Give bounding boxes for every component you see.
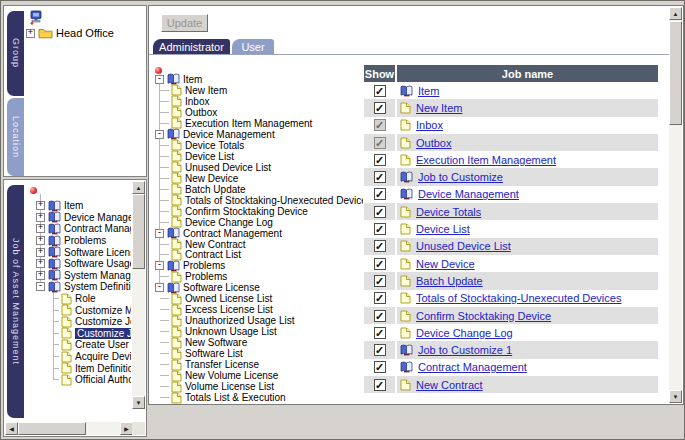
- tree-item-device-management[interactable]: -Device Management: [153, 129, 363, 140]
- update-button[interactable]: Update: [161, 14, 208, 32]
- show-checkbox[interactable]: ✓: [374, 258, 386, 270]
- tree-item-software-usage-manag[interactable]: +Software Usage Manag: [26, 258, 131, 270]
- job-link[interactable]: New Item: [416, 102, 462, 114]
- tree-item-execution-item-management[interactable]: Execution Item Management: [153, 118, 363, 129]
- job-link[interactable]: Device List: [416, 223, 470, 235]
- tree-item-excess-license-list[interactable]: Excess License List: [153, 304, 363, 315]
- tree-item-outbox[interactable]: Outbox: [153, 107, 363, 118]
- expander-icon[interactable]: -: [155, 130, 164, 139]
- tree-item-new-volume-license[interactable]: New Volume License: [153, 370, 363, 381]
- tree-item-customize-job-men[interactable]: Customize Job Men: [26, 328, 131, 340]
- tree-item-inbox[interactable]: Inbox: [153, 96, 363, 107]
- tree-item-confirm-stocktaking-device[interactable]: Confirm Stocktaking Device: [153, 206, 363, 217]
- show-checkbox[interactable]: ✓: [374, 344, 386, 356]
- tree-item-system-management[interactable]: +System Management: [26, 270, 131, 282]
- expander-icon[interactable]: -: [155, 283, 164, 292]
- show-checkbox[interactable]: ✓: [374, 171, 386, 183]
- tree-item-problems[interactable]: -Problems: [153, 260, 363, 271]
- scroll-up-button[interactable]: ▲: [669, 7, 682, 20]
- tree-item-new-device[interactable]: New Device: [153, 173, 363, 184]
- show-checkbox[interactable]: ✓: [374, 85, 386, 97]
- tree-item-problems[interactable]: +Problems: [26, 235, 131, 247]
- scrollbar-thumb[interactable]: [132, 194, 145, 269]
- job-link[interactable]: Contract Management: [418, 361, 527, 373]
- expander-icon[interactable]: +: [36, 224, 45, 233]
- tree-item-new-item[interactable]: New Item: [153, 85, 363, 96]
- scroll-down-button[interactable]: ▼: [132, 396, 145, 409]
- tree-item-item[interactable]: +Item: [26, 200, 131, 212]
- tree-item-item-definition[interactable]: Item Definition: [26, 362, 131, 374]
- show-checkbox[interactable]: ✓: [374, 102, 386, 114]
- show-checkbox[interactable]: ✓: [374, 292, 386, 304]
- tree-item-contract-list[interactable]: Contract List: [153, 250, 363, 261]
- tree-item-head-office[interactable]: + Head Office: [26, 27, 114, 39]
- scroll-left-button[interactable]: ◀: [5, 422, 18, 435]
- tree-item-software-license[interactable]: +Software License: [26, 246, 131, 258]
- tab-user[interactable]: User: [232, 39, 274, 54]
- expander-icon[interactable]: +: [36, 259, 45, 268]
- tree-item-unused-device-list[interactable]: Unused Device List: [153, 162, 363, 173]
- tree-item-system-definition[interactable]: -System Definition: [26, 281, 131, 293]
- tree-item-totals-list-execution[interactable]: Totals List & Execution: [153, 392, 363, 403]
- job-link[interactable]: Execution Item Management: [416, 154, 556, 166]
- tree-item-problems[interactable]: Problems: [153, 271, 363, 282]
- expander-icon[interactable]: -: [155, 75, 164, 84]
- vertical-scrollbar[interactable]: ▲ ▼: [669, 7, 682, 403]
- tree-item-software-license[interactable]: -Software License: [153, 282, 363, 293]
- tab-location[interactable]: Location: [7, 98, 24, 176]
- tree-item-volume-license-list[interactable]: Volume License List: [153, 381, 363, 392]
- job-link[interactable]: Totals of Stocktaking-Unexecuted Devices: [416, 292, 621, 304]
- tree-item-unknown-usage-list[interactable]: Unknown Usage List: [153, 326, 363, 337]
- tree-item-create-user-report[interactable]: Create User Report: [26, 339, 131, 351]
- show-checkbox[interactable]: ✓: [374, 240, 386, 252]
- job-link[interactable]: Device Totals: [416, 206, 481, 218]
- show-checkbox[interactable]: ✓: [374, 379, 386, 391]
- tree-item-new-software[interactable]: New Software: [153, 337, 363, 348]
- tab-group[interactable]: Group: [7, 11, 24, 96]
- show-checkbox[interactable]: ✓: [374, 361, 386, 373]
- job-link[interactable]: Job to Customize: [418, 171, 503, 183]
- scroll-up-button[interactable]: ▲: [132, 181, 145, 194]
- tree-item-customize-job-win[interactable]: Customize Job Win: [26, 316, 131, 328]
- expander-icon[interactable]: +: [26, 29, 35, 38]
- scroll-down-button[interactable]: ▼: [669, 390, 682, 403]
- job-link[interactable]: Device Management: [418, 188, 519, 200]
- job-link[interactable]: Item: [418, 85, 439, 97]
- tree-item-software-list[interactable]: Software List: [153, 348, 363, 359]
- show-checkbox[interactable]: ✓: [374, 223, 386, 235]
- show-checkbox[interactable]: ✓: [374, 327, 386, 339]
- tab-job-of-asset-management[interactable]: Job of Asset Management: [7, 185, 24, 418]
- tree-item-official-authority[interactable]: Official Authority: [26, 374, 131, 386]
- show-checkbox[interactable]: ✓: [374, 188, 386, 200]
- expander-icon[interactable]: -: [36, 282, 45, 291]
- job-link[interactable]: Outbox: [416, 137, 451, 149]
- tree-item-device-management[interactable]: +Device Management: [26, 212, 131, 224]
- horizontal-scrollbar[interactable]: ◀ ▶: [5, 422, 133, 435]
- scrollbar-thumb[interactable]: [18, 422, 86, 435]
- tree-item-totals-of-stocktaking-unexecuted-devices[interactable]: Totals of Stocktaking-Unexecuted Devices: [153, 195, 363, 206]
- tree-item-device-change-log[interactable]: Device Change Log: [153, 217, 363, 228]
- tree-item-device-list[interactable]: Device List: [153, 151, 363, 162]
- show-checkbox[interactable]: ✓: [374, 310, 386, 322]
- show-checkbox[interactable]: ✓: [374, 206, 386, 218]
- tree-item-batch-update[interactable]: Batch Update: [153, 184, 363, 195]
- job-link[interactable]: Device Change Log: [416, 327, 513, 339]
- tree-item-customize-manage[interactable]: Customize Manage: [26, 304, 131, 316]
- tree-item-transfer-license[interactable]: Transfer License: [153, 359, 363, 370]
- job-link[interactable]: New Contract: [416, 379, 483, 391]
- tree-item-contract-management[interactable]: -Contract Management: [153, 228, 363, 239]
- expander-icon[interactable]: +: [36, 201, 45, 210]
- tree-item-contract-management[interactable]: +Contract Management: [26, 223, 131, 235]
- show-checkbox[interactable]: ✓: [374, 275, 386, 287]
- expander-icon[interactable]: +: [36, 271, 45, 280]
- vertical-scrollbar[interactable]: ▲ ▼: [132, 181, 145, 409]
- job-link[interactable]: Job to Customize 1: [418, 344, 512, 356]
- expander-icon[interactable]: -: [155, 229, 164, 238]
- job-link[interactable]: Confirm Stocktaking Device: [416, 310, 551, 322]
- tree-item-acquire-device-upd[interactable]: Acquire Device Upd: [26, 351, 131, 363]
- expander-icon[interactable]: +: [36, 213, 45, 222]
- show-checkbox[interactable]: ✓: [374, 154, 386, 166]
- job-link[interactable]: Batch Update: [416, 275, 483, 287]
- tree-item-role[interactable]: Role: [26, 293, 131, 305]
- scrollbar-thumb[interactable]: [669, 21, 682, 125]
